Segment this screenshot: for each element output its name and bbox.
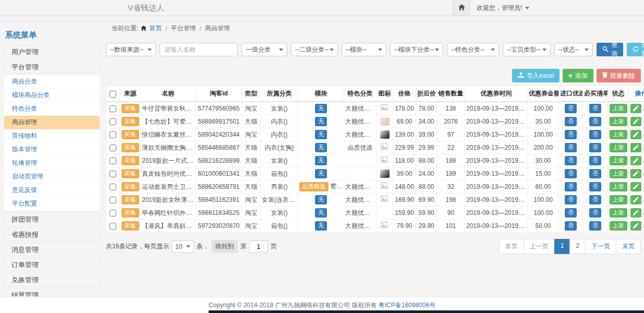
- import-select-toggle[interactable]: 否: [565, 208, 577, 218]
- import-excel-button[interactable]: 导入excel: [512, 69, 560, 82]
- import-select-toggle[interactable]: 否: [565, 195, 577, 204]
- status-badge[interactable]: 上架: [610, 156, 627, 165]
- status-badge[interactable]: 上架: [610, 104, 627, 113]
- sidebar-item[interactable]: 特色分类: [4, 102, 100, 116]
- edit-button[interactable]: [630, 130, 641, 139]
- must-buy-toggle[interactable]: 否: [589, 169, 601, 178]
- breadcrumb-home-link[interactable]: 首页: [149, 24, 162, 33]
- status-badge[interactable]: 上架: [610, 130, 627, 139]
- sidebar-group-item[interactable]: 拼团管理: [4, 212, 100, 226]
- reset-button[interactable]: 重置: [627, 43, 644, 56]
- must-buy-toggle[interactable]: 否: [589, 208, 601, 218]
- jump-page-input[interactable]: [249, 240, 268, 253]
- pager-button[interactable]: 首页: [499, 239, 524, 254]
- row-checkbox[interactable]: [110, 171, 116, 177]
- page-size-select[interactable]: 10: [172, 240, 193, 253]
- column-header: 状态: [608, 86, 629, 102]
- batch-delete-button[interactable]: 批量删除: [597, 69, 641, 82]
- edit-button[interactable]: [630, 117, 641, 126]
- must-buy-toggle[interactable]: 否: [589, 117, 601, 126]
- filter-select-6[interactable]: --特色分类--: [447, 43, 499, 56]
- jump-button[interactable]: 跳转到: [212, 240, 238, 253]
- home-button[interactable]: [453, 0, 470, 16]
- import-select-toggle[interactable]: 否: [565, 130, 577, 139]
- edit-button[interactable]: [630, 195, 641, 204]
- import-select-toggle[interactable]: 否: [565, 169, 577, 178]
- import-select-toggle[interactable]: 否: [565, 143, 577, 152]
- must-buy-toggle[interactable]: 否: [589, 182, 601, 191]
- sidebar-item[interactable]: 模块商品分类: [4, 89, 100, 102]
- edit-button[interactable]: [630, 221, 641, 231]
- cell-must-buy: 否: [583, 180, 608, 194]
- filter-select-2[interactable]: 一级分类: [241, 43, 287, 56]
- sidebar-item[interactable]: 轮播管理: [4, 156, 100, 170]
- sidebar-group-item[interactable]: 消息管理: [4, 243, 100, 256]
- row-checkbox[interactable]: [110, 184, 116, 190]
- row-checkbox[interactable]: [110, 210, 116, 216]
- sidebar-item[interactable]: 版本管理: [4, 143, 100, 156]
- filter-select-3[interactable]: --二级分类--: [291, 43, 338, 56]
- import-select-toggle[interactable]: 否: [565, 182, 577, 191]
- row-checkbox[interactable]: [110, 105, 116, 112]
- must-buy-toggle[interactable]: 否: [589, 130, 601, 139]
- filter-select-5[interactable]: --模块下分类--: [390, 43, 443, 56]
- status-badge[interactable]: 上架: [610, 195, 627, 204]
- status-badge[interactable]: 上架: [610, 208, 627, 218]
- add-button[interactable]: + 添加: [563, 69, 593, 82]
- query-button[interactable]: 查询: [597, 43, 623, 56]
- pager-button[interactable]: 末页: [616, 239, 641, 254]
- sidebar-item[interactable]: 宣传物料: [4, 129, 100, 143]
- pager-page-active[interactable]: 1: [554, 239, 570, 254]
- filter-select-7[interactable]: --宝贝类型--: [503, 43, 551, 56]
- sidebar-group-item[interactable]: 省惠快报: [4, 227, 100, 241]
- filter-select-4[interactable]: --模块--: [342, 43, 386, 56]
- sidebar-group-item[interactable]: 用户管理: [4, 45, 100, 58]
- row-checkbox[interactable]: [110, 118, 116, 125]
- must-buy-toggle[interactable]: 否: [589, 104, 601, 113]
- sidebar-item[interactable]: 意见反馈: [4, 184, 100, 197]
- edit-button[interactable]: [630, 169, 641, 178]
- edit-icon: [633, 170, 639, 178]
- sidebar-item[interactable]: 启动页管理: [4, 170, 100, 184]
- status-badge[interactable]: 上架: [610, 221, 627, 231]
- sidebar-item[interactable]: 平台配置: [4, 197, 100, 211]
- edit-button[interactable]: [630, 208, 641, 218]
- row-checkbox[interactable]: [110, 197, 116, 203]
- edit-button[interactable]: [630, 104, 641, 113]
- chevron-down-icon: [435, 49, 439, 51]
- pager-button[interactable]: 2: [569, 239, 586, 254]
- status-badge[interactable]: 上架: [610, 143, 627, 152]
- import-select-toggle[interactable]: 否: [565, 104, 577, 113]
- row-checkbox[interactable]: [110, 223, 116, 230]
- edit-button[interactable]: [630, 182, 641, 191]
- status-badge[interactable]: 上架: [610, 117, 627, 126]
- sidebar-group-item[interactable]: 订单管理: [4, 258, 100, 271]
- sidebar-group-item[interactable]: 平台管理: [4, 60, 100, 74]
- sidebar-group-item[interactable]: 兑换管理: [4, 273, 100, 286]
- select-all-checkbox[interactable]: [110, 91, 116, 98]
- filter-select-0[interactable]: --数据来源--: [106, 43, 156, 56]
- must-buy-toggle[interactable]: 否: [589, 143, 601, 152]
- icp-link[interactable]: 粤ICP备16098006号: [379, 301, 435, 310]
- filter-select-8[interactable]: --状态--: [554, 43, 593, 56]
- edit-button[interactable]: [630, 156, 641, 165]
- must-buy-toggle[interactable]: 否: [589, 156, 601, 165]
- row-checkbox[interactable]: [110, 158, 116, 164]
- import-select-toggle[interactable]: 否: [565, 156, 577, 165]
- sidebar-group-item[interactable]: 结算管理: [4, 288, 100, 296]
- pager-button[interactable]: 下一页: [585, 239, 616, 254]
- pager-button[interactable]: 上一页: [524, 239, 555, 254]
- sidebar-item-active[interactable]: 商品管理: [4, 116, 100, 129]
- search-name-input[interactable]: [160, 43, 238, 56]
- status-badge[interactable]: 上架: [610, 182, 627, 191]
- sidebar-item[interactable]: 商品分类: [4, 75, 100, 89]
- must-buy-toggle[interactable]: 否: [589, 195, 601, 204]
- row-checkbox[interactable]: [110, 145, 116, 151]
- edit-button[interactable]: [630, 143, 641, 152]
- row-checkbox[interactable]: [110, 131, 116, 138]
- user-menu[interactable]: 欢迎您，管理员!: [470, 4, 536, 13]
- import-select-toggle[interactable]: 否: [565, 117, 577, 126]
- must-buy-toggle[interactable]: 否: [589, 221, 601, 231]
- status-badge[interactable]: 上架: [610, 169, 627, 178]
- import-select-toggle[interactable]: 否: [565, 221, 577, 231]
